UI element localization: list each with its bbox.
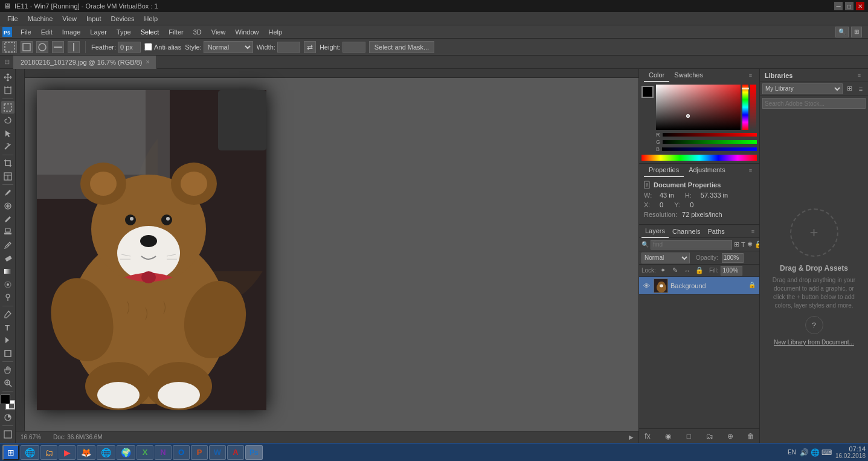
tool-hand[interactable] (1, 364, 14, 376)
tool-pen[interactable] (1, 308, 14, 321)
library-select[interactable]: My Library (762, 83, 843, 94)
lock-position-btn[interactable]: ↔ (683, 266, 692, 276)
properties-panel-collapse[interactable]: ≡ (747, 167, 754, 173)
tool-screen-mode[interactable] (1, 428, 14, 440)
taskbar-app-chrome[interactable]: 🌐 (97, 445, 115, 460)
tool-eyedropper[interactable] (1, 187, 14, 199)
foreground-color-swatch[interactable] (1, 395, 10, 404)
tool-gradient[interactable] (1, 265, 14, 278)
marquee-single-col-btn[interactable] (68, 41, 80, 53)
tool-eraser[interactable] (1, 252, 14, 265)
select-mask-btn[interactable]: Select and Mask... (369, 41, 435, 53)
tool-move[interactable] (1, 71, 14, 84)
ps-menu-window[interactable]: Window (230, 27, 263, 37)
tool-edit-quick-mask[interactable] (1, 411, 14, 424)
library-list-view-btn[interactable]: ≡ (856, 84, 866, 94)
tab-close-btn[interactable]: × (146, 59, 149, 65)
tool-heal[interactable] (1, 200, 14, 213)
tool-text[interactable]: T (1, 321, 14, 334)
vb-menu-view[interactable]: View (57, 14, 82, 24)
blend-mode-select[interactable]: Normal Multiply Screen (641, 253, 690, 263)
ps-menu-layer[interactable]: Layer (85, 27, 112, 37)
new-fill-layer-btn[interactable]: □ (683, 431, 695, 442)
ps-menu-file[interactable]: File (16, 27, 36, 37)
tab-paths[interactable]: Paths (704, 225, 728, 238)
marquee-shape-btn[interactable] (21, 41, 33, 53)
tool-marquee[interactable] (1, 101, 14, 114)
layer-visibility-toggle[interactable]: 👁 (641, 281, 651, 291)
vb-menu-devices[interactable]: Devices (106, 14, 139, 24)
taskbar-app-onenote[interactable]: N (155, 445, 172, 460)
start-button[interactable]: ⊞ (2, 445, 19, 460)
layer-icon-btn-1[interactable]: ⊞ (734, 240, 739, 250)
ps-menu-filter[interactable]: Filter (164, 27, 188, 37)
document-tab[interactable]: 20180216_101729.jpg @ 16.7% (RGB/8) × (13, 56, 157, 69)
width-input[interactable] (277, 42, 300, 53)
network-icon[interactable]: 🌐 (811, 448, 820, 457)
tool-stamp[interactable] (1, 226, 14, 239)
tool-zoom[interactable] (1, 377, 14, 390)
vb-menu-help[interactable]: Help (140, 14, 163, 24)
panel-toggle-btn[interactable]: ⊟ (0, 56, 13, 69)
lock-all-btn[interactable]: 🔒 (695, 266, 704, 276)
add-mask-btn[interactable]: ◉ (662, 431, 674, 442)
fg-color[interactable] (641, 86, 654, 98)
tool-shape[interactable] (1, 347, 14, 360)
marquee-circle-btn[interactable] (36, 41, 48, 53)
lock-image-btn[interactable]: ✎ (670, 266, 680, 276)
add-layer-style-btn[interactable]: fx (641, 431, 654, 442)
taskbar-app-media[interactable]: ▶ (59, 445, 76, 460)
tab-color[interactable]: Color (644, 69, 669, 82)
tool-select[interactable] (1, 127, 14, 140)
fill-input[interactable] (721, 266, 742, 276)
color-gradient-picker[interactable] (656, 85, 741, 130)
document-canvas[interactable] (37, 90, 266, 410)
taskbar-app-ie2[interactable]: 🌍 (117, 445, 135, 460)
clock-display[interactable]: 07:14 16.02.2018 (835, 445, 866, 459)
ps-menu-type[interactable]: Type (112, 27, 136, 37)
ps-menu-view[interactable]: View (207, 27, 231, 37)
style-select[interactable]: Normal Fixed Ratio Fixed Size (204, 41, 253, 53)
tab-layers[interactable]: Layers (641, 225, 669, 238)
close-button[interactable]: ✕ (856, 2, 864, 10)
new-group-btn[interactable]: 🗂 (704, 431, 716, 442)
opacity-input[interactable] (722, 253, 744, 263)
libraries-panel-collapse[interactable]: ≡ (855, 73, 863, 79)
tab-swatches[interactable]: Swatches (669, 69, 708, 82)
workspace-btn[interactable]: ⊞ (851, 27, 862, 37)
taskbar-app-acrobat[interactable]: A (227, 445, 244, 460)
taskbar-app-photoshop[interactable]: Ps (245, 445, 263, 460)
library-help-btn[interactable]: ? (805, 316, 823, 334)
minimize-button[interactable]: ─ (834, 2, 843, 10)
marquee-single-row-btn[interactable] (52, 41, 64, 53)
alpha-slider[interactable] (750, 85, 756, 130)
ps-menu-image[interactable]: Image (57, 27, 86, 37)
vb-menu-input[interactable]: Input (82, 14, 106, 24)
vb-menu-machine[interactable]: Machine (23, 14, 58, 24)
search-btn[interactable]: 🔍 (835, 27, 849, 37)
color-spectrum[interactable] (641, 155, 757, 161)
new-library-link[interactable]: New Library from Document... (774, 339, 854, 346)
swap-dimensions-btn[interactable]: ⇄ (304, 41, 316, 53)
tab-properties[interactable]: Properties (644, 164, 684, 177)
library-grid-view-btn[interactable]: ⊞ (844, 84, 854, 94)
taskbar-app-explorer[interactable]: 🗂 (40, 445, 57, 460)
red-slider[interactable] (663, 133, 757, 137)
layer-item-background[interactable]: 👁 Background 🔒 (639, 277, 759, 295)
tool-brush[interactable] (1, 213, 14, 225)
tool-history-brush[interactable] (1, 239, 14, 252)
lock-pixels-btn[interactable]: ✦ (658, 266, 668, 276)
layers-search-input[interactable] (651, 240, 732, 250)
ps-menu-help[interactable]: Help (264, 27, 288, 37)
antialias-checkbox[interactable] (144, 43, 152, 51)
feather-input[interactable] (118, 42, 141, 53)
tool-path-selection[interactable] (1, 334, 14, 347)
canvas-workspace[interactable] (25, 78, 638, 431)
layer-icon-btn-3[interactable]: ✱ (747, 240, 753, 250)
layers-panel-collapse[interactable]: ≡ (749, 228, 757, 234)
scroll-right-btn[interactable]: ▶ (629, 434, 634, 440)
tool-dodge[interactable] (1, 291, 14, 304)
marquee-style-btn[interactable] (2, 41, 17, 53)
library-search-input[interactable] (762, 98, 866, 109)
color-panel-collapse[interactable]: ≡ (747, 73, 754, 79)
